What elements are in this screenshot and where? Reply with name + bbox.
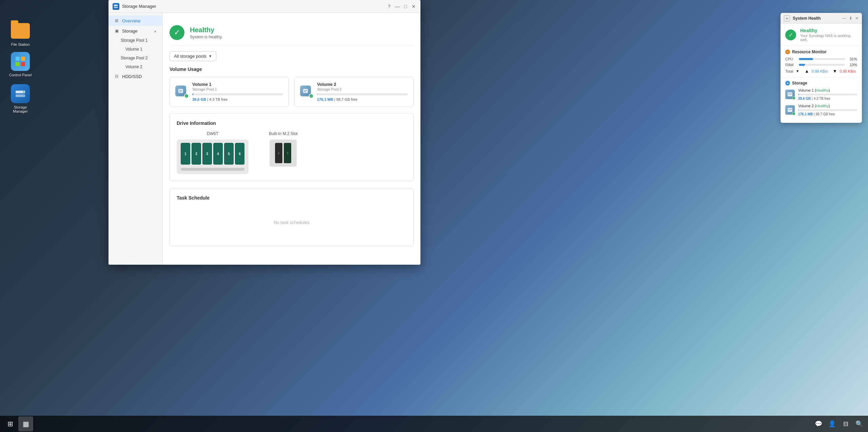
volume-1-card: ✓ Volume 1 Storage Pool 1 39.6 GB |: [170, 77, 289, 107]
chevron-icon: ▲: [154, 29, 157, 33]
sidebar-item-volume-2[interactable]: Volume 2: [108, 62, 162, 71]
cpu-label: CPU: [785, 57, 796, 61]
svg-point-10: [117, 5, 118, 5]
panel-volume-1-icon: ✓: [785, 90, 795, 99]
no-tasks-message: No task schedules: [177, 205, 407, 239]
storage-icon: ▣: [114, 28, 119, 34]
taskbar-icons: ⊞ ▦: [0, 416, 36, 431]
resource-monitor-section: ≡ Resource Monitor CPU 31% RAM 13% Total…: [781, 46, 862, 77]
health-subtitle: System is healthy.: [190, 35, 222, 39]
volume-1-free: 4.3 TB free: [209, 97, 228, 101]
volume-usage-title: Volume Usage: [170, 67, 414, 72]
svg-rect-15: [304, 90, 307, 91]
sidebar-item-overview[interactable]: ⊞ Overview: [108, 16, 162, 26]
storage-manager-image: [11, 84, 30, 103]
volume-2-bar: [317, 93, 317, 95]
file-station-icon[interactable]: File Station: [5, 19, 36, 49]
help-button[interactable]: ?: [387, 4, 392, 9]
drive-units: DW6T 1 2 3 4 5 6: [177, 131, 407, 174]
filter-bar: All storage pools ▼: [170, 51, 414, 61]
svg-rect-20: [788, 109, 792, 110]
control-panel-image: [11, 52, 30, 71]
sidebar-item-volume-1[interactable]: Volume 1: [108, 45, 162, 54]
nas-drive-1: 1: [181, 143, 190, 165]
nas-drive-2: 2: [192, 143, 201, 165]
speed-down-value: 0.95 KB/s: [840, 69, 856, 73]
panel-volume-2-check-icon: ✓: [792, 112, 795, 115]
svg-point-6: [23, 91, 24, 93]
dw6t-unit: DW6T 1 2 3 4 5 6: [177, 131, 249, 174]
maximize-button[interactable]: □: [403, 4, 408, 9]
storage-section-icon: ●: [785, 81, 790, 86]
taskbar: ⊞ ▦ 💬 👤 ⊟ 🔍: [0, 416, 868, 432]
svg-rect-3: [21, 62, 25, 66]
panel-titlebar: + System Health — ⬆ ✕: [781, 13, 862, 24]
panel-health-subtitle: Your Synology NAS is working well.: [800, 34, 857, 42]
volume-2-pool: Storage Pool 2: [317, 87, 408, 91]
hdd-icon: ⊟: [114, 74, 119, 79]
minimize-button[interactable]: —: [395, 4, 400, 9]
taskbar-manager-icon[interactable]: ⊟: [840, 418, 852, 430]
total-row: Total ▼ ▲ 0.98 KB/s ▼ 0.95 KB/s: [785, 69, 857, 74]
panel-restore-button[interactable]: ⬆: [849, 16, 852, 21]
taskbar-chat-icon[interactable]: 💬: [812, 418, 825, 430]
taskbar-grid-icon[interactable]: ⊞: [3, 416, 18, 431]
svg-rect-2: [16, 62, 20, 66]
panel-storage-section: ● Storage ✓ Volume 1 (Healthy): [781, 77, 862, 123]
m2-chassis: 1 2: [270, 139, 297, 167]
taskbar-search-icon[interactable]: 🔍: [853, 418, 865, 430]
volume-1-name: Volume 1: [192, 82, 283, 87]
sidebar-item-hdd-ssd[interactable]: ⊟ HDD/SSD: [108, 71, 162, 81]
panel-volume-2-name: Volume 2 (Healthy): [798, 104, 857, 108]
taskbar-user-icon[interactable]: 👤: [826, 418, 838, 430]
total-dropdown-icon[interactable]: ▼: [796, 69, 799, 73]
storage-manager-desktop-icon[interactable]: Storage Manager: [5, 81, 36, 116]
panel-health-info: Healthy Your Synology NAS is working wel…: [800, 28, 857, 42]
m2-drive-1: 1: [275, 143, 282, 163]
speed-up-value: 0.98 KB/s: [812, 69, 828, 73]
cpu-value: 31%: [848, 57, 857, 61]
storage-pool-filter[interactable]: All storage pools ▼: [170, 51, 216, 61]
panel-volume-2-stats: 176.1 MB | 98.7 GB free: [798, 112, 857, 116]
volume-2-bar-container: [317, 93, 408, 95]
storage-label: Storage: [122, 29, 138, 34]
panel-volume-1-item: ✓ Volume 1 (Healthy) 39.6 GB | 4.3 TB fr…: [785, 88, 857, 100]
app-icon: [113, 3, 119, 10]
svg-rect-9: [114, 7, 118, 8]
panel-volume-2-bar-container: [798, 109, 857, 111]
volume-1-info: Volume 1 Storage Pool 1 39.6 GB | 4.3 TB…: [192, 82, 283, 101]
volume-1-check-icon: ✓: [184, 94, 189, 98]
close-button[interactable]: ✕: [411, 4, 416, 9]
panel-volume-2-item: ✓ Volume 2 (Healthy) 176.1 MB | 98.7 GB …: [785, 104, 857, 116]
panel-volume-1-info: Volume 1 (Healthy) 39.6 GB | 4.3 TB free: [798, 88, 857, 100]
taskbar-app-icon[interactable]: ▦: [18, 416, 33, 431]
panel-add-button[interactable]: +: [784, 15, 790, 21]
panel-close-button[interactable]: ✕: [855, 16, 859, 21]
storage-manager-window: Storage Manager ? — □ ✕ ⊞ Overview ▣ Sto…: [108, 0, 420, 265]
panel-volume-1-bar: [798, 94, 799, 95]
volume-2-card: ✓ Volume 2 Storage Pool 2 176.1 MB |: [294, 77, 414, 107]
system-health-panel: + System Health — ⬆ ✕ ✓ Healthy Your Syn…: [781, 13, 862, 123]
sidebar-item-storage[interactable]: ▣ Storage ▲: [108, 26, 162, 36]
control-panel-icon[interactable]: Control Panel: [5, 49, 36, 80]
cpu-bar-container: [799, 58, 845, 60]
panel-minimize-button[interactable]: —: [842, 16, 846, 21]
ram-value: 13%: [848, 63, 857, 67]
sidebar-item-storage-pool-1[interactable]: Storage Pool 1: [108, 36, 162, 45]
storage-manager-label: Storage Manager: [8, 105, 33, 113]
panel-volume-1-bar-container: [798, 94, 857, 95]
nas-drive-4: 4: [213, 143, 223, 165]
nas-footer: [181, 168, 244, 171]
cpu-bar: [799, 58, 813, 60]
sidebar-item-storage-pool-2[interactable]: Storage Pool 2: [108, 54, 162, 62]
sidebar: ⊞ Overview ▣ Storage ▲ Storage Pool 1 Vo…: [108, 13, 163, 265]
health-info: Healthy System is healthy.: [190, 26, 222, 39]
speed-up-icon: ▲: [805, 69, 809, 74]
window-body: ⊞ Overview ▣ Storage ▲ Storage Pool 1 Vo…: [108, 13, 420, 265]
panel-volume-1-check-icon: ✓: [792, 96, 795, 100]
health-icon: ✓: [170, 25, 184, 40]
svg-rect-13: [179, 91, 181, 92]
dw6t-chassis: 1 2 3 4 5 6: [177, 139, 249, 174]
task-schedule-title: Task Schedule: [177, 195, 407, 201]
nas-drive-3: 3: [202, 143, 212, 165]
